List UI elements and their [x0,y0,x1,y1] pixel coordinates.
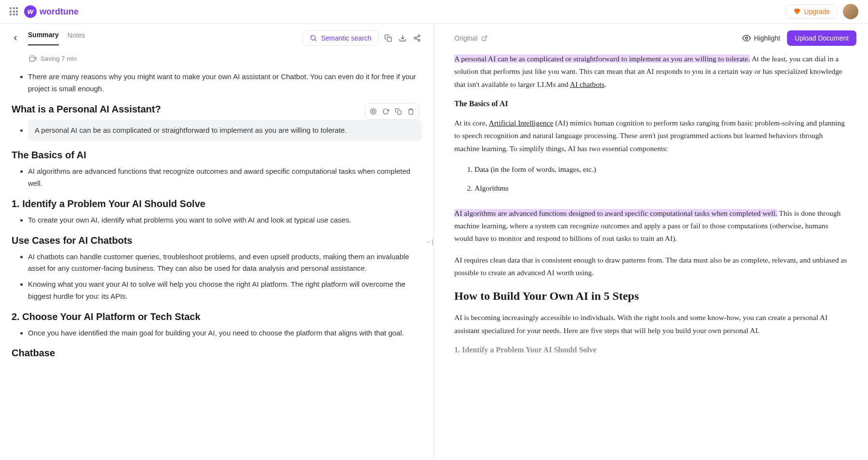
upgrade-label: Upgrade [804,8,830,15]
logo-mark-icon: w [24,5,37,18]
summary-content: There are many reasons why you might wan… [12,71,422,359]
summary-bullet[interactable]: To create your own AI, identify what pro… [28,214,422,226]
apps-grid-icon[interactable] [10,7,18,16]
svg-point-5 [414,37,416,39]
share-button[interactable] [412,33,422,43]
logo[interactable]: w wordtune [24,5,79,18]
summary-bullet-active[interactable]: A personal AI can be as complicated or s… [28,120,422,141]
highlight-toggle[interactable]: Highlight [742,34,780,42]
summary-bullet[interactable]: AI algorithms are advanced functions tha… [28,166,422,190]
target-button[interactable] [367,106,379,117]
svg-rect-14 [397,111,401,114]
doc-ordered-list: Data (in the form of words, images, etc.… [454,164,848,195]
doc-paragraph: AI is becoming increasingly accessible t… [454,311,848,337]
doc-paragraph: At its core, Artificial Intelligence (AI… [454,117,848,155]
svg-point-16 [746,37,748,40]
right-toolbar: Original Highlight Upload Document [434,24,868,53]
diamond-icon [793,8,801,15]
doc-highlight: A personal AI can be as complicated or s… [454,55,750,63]
summary-bullet[interactable]: There are many reasons why you might wan… [28,71,422,95]
svg-point-12 [370,109,376,114]
copy-button[interactable] [383,33,393,43]
trash-icon [407,108,414,115]
back-icon[interactable] [12,34,19,42]
download-icon [399,34,407,42]
document-scroll[interactable]: A personal AI can be as complicated or s… [434,53,868,460]
heading-personal-ai: What is a Personal AI Assistant? [12,104,422,115]
heading-chatbase: Chatbase [12,348,422,359]
heading-step2: 2. Choose Your AI Platform or Tech Stack [12,311,422,322]
header-right: Upgrade [786,4,858,19]
doc-list-item: Algorithms [475,182,848,195]
summary-bullet[interactable]: Knowing what you want your AI to solve w… [28,279,422,303]
regenerate-button[interactable] [380,106,392,117]
heading-basics: The Basics of AI [12,150,422,161]
left-toolbar: Summary Notes Semantic search [0,24,434,46]
download-button[interactable] [398,33,407,43]
collapse-panel-button[interactable]: ←| [425,236,434,248]
heading-usecases: Use Cases for AI Chatbots [12,235,422,246]
svg-point-6 [418,40,420,42]
original-label: Original [454,34,477,42]
target-icon [370,108,377,115]
svg-point-13 [372,110,375,112]
svg-line-15 [484,36,487,39]
tab-summary[interactable]: Summary [28,31,59,45]
doc-heading-step1: 1. Identify a Problem Your AI Should Sol… [454,346,848,354]
highlight-label: Highlight [754,34,780,42]
doc-paragraph: AI requires clean data that is consisten… [454,254,848,279]
doc-link-ai[interactable]: Artificial Intelligence [488,119,553,127]
summary-bullet[interactable]: AI chatbots can handle customer queries,… [28,251,422,275]
doc-heading-howto: How to Build Your Own AI in 5 Steps [454,290,848,303]
copy-item-button[interactable] [393,106,404,117]
coffee-icon [29,55,37,62]
summary-scroll[interactable]: Saving 7 min There are many reasons why … [0,46,434,460]
original-link[interactable]: Original [454,34,488,42]
delete-item-button[interactable] [405,106,417,117]
app-header: w wordtune Upgrade [0,0,868,24]
svg-line-7 [416,39,419,40]
doc-paragraph: AI algorithms are advanced functions des… [454,207,848,245]
tabs-group: Summary Notes [12,31,85,45]
header-left: w wordtune [10,5,79,18]
copy-icon [384,34,392,42]
share-icon [413,34,421,42]
document-panel: Original Highlight Upload Document A per… [434,24,868,460]
logo-text: wordtune [40,7,79,17]
doc-highlight: AI algorithms are advanced functions des… [454,209,777,217]
doc-list-item: Data (in the form of words, images, etc.… [475,164,848,176]
summary-bullet-text: A personal AI can be as complicated or s… [35,126,347,134]
sparkle-search-icon [310,34,317,42]
svg-point-4 [418,35,420,37]
doc-paragraph: A personal AI can be as complicated or s… [454,53,848,91]
doc-link-chatbots[interactable]: AI chatbots [570,80,605,88]
left-actions: Semantic search [302,30,422,46]
tab-notes[interactable]: Notes [68,31,85,45]
saving-indicator: Saving 7 min [12,46,422,67]
doc-heading-basics: The Basics of AI [454,99,848,108]
user-avatar[interactable] [843,4,858,19]
heading-step1: 1. Identify a Problem Your AI Should Sol… [12,198,422,209]
svg-line-8 [416,36,419,38]
eye-icon [742,34,751,42]
semantic-search-button[interactable]: Semantic search [302,30,379,46]
item-actions-toolbar [365,103,419,120]
copy-icon [395,108,402,115]
external-link-icon [481,35,488,42]
svg-rect-2 [387,37,392,42]
semantic-search-label: Semantic search [321,34,371,42]
upgrade-button[interactable]: Upgrade [786,4,837,19]
refresh-icon [382,108,389,115]
right-actions: Highlight Upload Document [742,30,856,46]
saving-label: Saving 7 min [41,55,77,62]
summary-panel: Summary Notes Semantic search [0,24,434,460]
upload-document-button[interactable]: Upload Document [787,30,856,46]
summary-bullet[interactable]: Once you have identified the main goal f… [28,327,422,339]
main-split: Summary Notes Semantic search [0,24,868,460]
svg-line-1 [315,40,316,41]
